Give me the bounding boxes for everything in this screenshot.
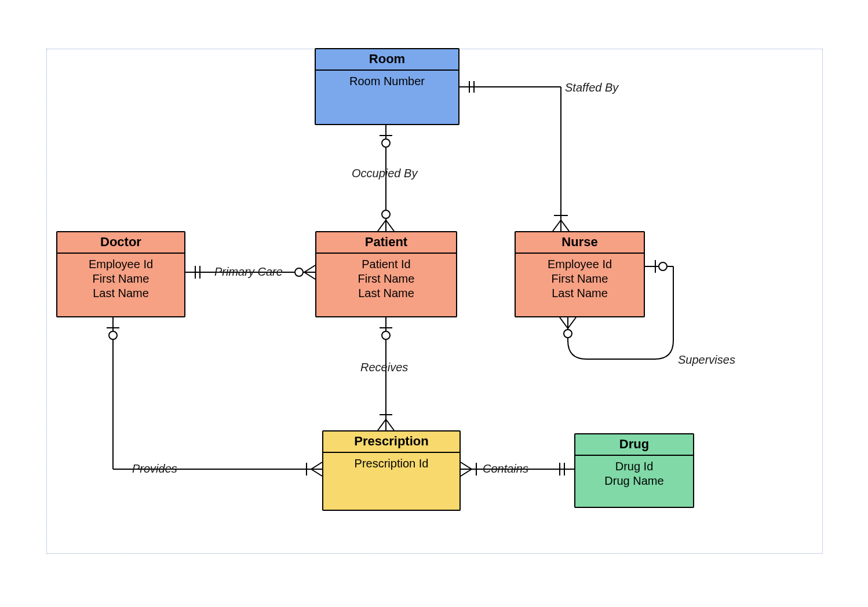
attr: Prescription Id <box>327 456 456 471</box>
entity-title: Patient <box>316 232 456 254</box>
entity-room[interactable]: Room Room Number <box>315 48 459 125</box>
attr: Patient Id <box>320 257 453 272</box>
attr: Last Name <box>519 286 640 301</box>
entity-title: Nurse <box>516 232 644 254</box>
attr: First Name <box>519 272 640 286</box>
entity-attrs: Employee Id First Name Last Name <box>57 254 184 316</box>
entity-drug[interactable]: Drug Drug Id Drug Name <box>574 433 694 508</box>
entity-prescription[interactable]: Prescription Prescription Id <box>322 430 461 511</box>
entity-patient[interactable]: Patient Patient Id First Name Last Name <box>315 231 457 317</box>
attr: Employee Id <box>61 257 181 272</box>
entity-title: Prescription <box>323 432 459 453</box>
entity-attrs: Room Number <box>316 71 458 124</box>
entity-attrs: Drug Id Drug Name <box>575 456 693 507</box>
attr: Room Number <box>319 74 455 89</box>
entity-attrs: Employee Id First Name Last Name <box>516 254 644 316</box>
attr: Employee Id <box>519 257 640 272</box>
rel-staffed-by: Staffed By <box>565 81 618 94</box>
entity-title: Room <box>316 49 458 71</box>
er-diagram-canvas: Room Room Number Doctor Employee Id Firs… <box>0 0 868 607</box>
rel-receives: Receives <box>360 361 408 374</box>
attr: Last Name <box>61 286 181 301</box>
attr: Last Name <box>320 286 453 301</box>
entity-attrs: Patient Id First Name Last Name <box>316 254 456 316</box>
entity-doctor[interactable]: Doctor Employee Id First Name Last Name <box>56 231 185 317</box>
rel-contains: Contains <box>483 462 528 476</box>
entity-nurse[interactable]: Nurse Employee Id First Name Last Name <box>515 231 645 317</box>
rel-occupied-by: Occupied By <box>352 167 417 180</box>
attr: First Name <box>61 272 181 286</box>
entity-title: Doctor <box>57 232 184 254</box>
attr: Drug Name <box>579 474 690 488</box>
rel-primary-care: Primary Care <box>214 265 283 279</box>
entity-title: Drug <box>575 434 693 456</box>
attr: Drug Id <box>579 459 690 474</box>
entity-attrs: Prescription Id <box>323 453 459 510</box>
rel-provides: Provides <box>132 462 177 476</box>
rel-supervises: Supervises <box>678 353 735 367</box>
attr: First Name <box>320 272 453 286</box>
